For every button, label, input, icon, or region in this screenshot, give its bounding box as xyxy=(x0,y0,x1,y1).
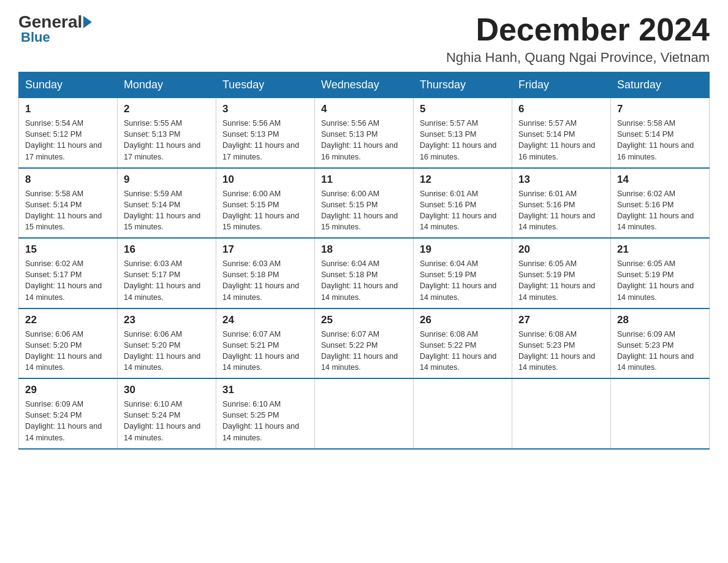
day-number: 11 xyxy=(321,174,407,186)
day-info: Sunrise: 5:57 AMSunset: 5:14 PMDaylight:… xyxy=(518,118,604,163)
day-number: 18 xyxy=(321,243,407,256)
header-thursday: Thursday xyxy=(414,72,512,98)
logo: General Blue xyxy=(18,12,93,45)
header-saturday: Saturday xyxy=(611,72,710,98)
calendar-cell: 27Sunrise: 6:08 AMSunset: 5:23 PMDayligh… xyxy=(512,308,611,379)
day-info: Sunrise: 6:00 AMSunset: 5:15 PMDaylight:… xyxy=(321,188,407,233)
title-area: December 2024 Nghia Hanh, Quang Ngai Pro… xyxy=(446,12,710,66)
day-number: 28 xyxy=(617,314,703,326)
calendar-cell: 9Sunrise: 5:59 AMSunset: 5:14 PMDaylight… xyxy=(118,168,216,239)
day-info: Sunrise: 5:54 AMSunset: 5:12 PMDaylight:… xyxy=(25,118,111,163)
day-number: 21 xyxy=(617,243,703,256)
header-friday: Friday xyxy=(512,72,611,98)
calendar-header-row: SundayMondayTuesdayWednesdayThursdayFrid… xyxy=(19,72,710,98)
day-number: 30 xyxy=(124,384,210,396)
calendar-cell xyxy=(414,378,512,449)
calendar-week-row: 15Sunrise: 6:02 AMSunset: 5:17 PMDayligh… xyxy=(19,238,710,308)
day-info: Sunrise: 5:56 AMSunset: 5:13 PMDaylight:… xyxy=(222,118,308,163)
day-number: 23 xyxy=(124,314,210,326)
day-number: 1 xyxy=(25,103,111,115)
day-info: Sunrise: 6:01 AMSunset: 5:16 PMDaylight:… xyxy=(420,188,506,233)
day-number: 19 xyxy=(420,243,506,256)
calendar-cell xyxy=(315,378,414,449)
day-info: Sunrise: 6:04 AMSunset: 5:18 PMDaylight:… xyxy=(321,258,407,303)
page-header: General Blue December 2024 Nghia Hanh, Q… xyxy=(18,12,710,66)
calendar-table: SundayMondayTuesdayWednesdayThursdayFrid… xyxy=(18,72,710,450)
calendar-cell: 5Sunrise: 5:57 AMSunset: 5:13 PMDaylight… xyxy=(414,98,512,168)
day-info: Sunrise: 6:08 AMSunset: 5:23 PMDaylight:… xyxy=(518,329,604,373)
calendar-cell: 7Sunrise: 5:58 AMSunset: 5:14 PMDaylight… xyxy=(611,98,710,168)
day-number: 27 xyxy=(518,314,604,326)
calendar-cell: 30Sunrise: 6:10 AMSunset: 5:24 PMDayligh… xyxy=(118,378,216,449)
day-number: 31 xyxy=(222,384,308,396)
day-info: Sunrise: 6:06 AMSunset: 5:20 PMDaylight:… xyxy=(25,329,111,373)
logo-arrow-icon xyxy=(83,16,92,28)
day-number: 13 xyxy=(518,174,604,186)
calendar-cell: 14Sunrise: 6:02 AMSunset: 5:16 PMDayligh… xyxy=(611,168,710,239)
day-info: Sunrise: 6:10 AMSunset: 5:25 PMDaylight:… xyxy=(222,399,308,443)
calendar-cell: 19Sunrise: 6:04 AMSunset: 5:19 PMDayligh… xyxy=(414,238,512,308)
day-info: Sunrise: 6:09 AMSunset: 5:23 PMDaylight:… xyxy=(617,329,703,373)
header-sunday: Sunday xyxy=(19,72,118,98)
day-number: 6 xyxy=(518,103,604,115)
day-info: Sunrise: 6:10 AMSunset: 5:24 PMDaylight:… xyxy=(124,399,210,443)
day-number: 5 xyxy=(420,103,506,115)
header-tuesday: Tuesday xyxy=(216,72,315,98)
calendar-week-row: 29Sunrise: 6:09 AMSunset: 5:24 PMDayligh… xyxy=(19,378,710,449)
day-info: Sunrise: 6:07 AMSunset: 5:22 PMDaylight:… xyxy=(321,329,407,373)
calendar-cell: 21Sunrise: 6:05 AMSunset: 5:19 PMDayligh… xyxy=(611,238,710,308)
day-number: 25 xyxy=(321,314,407,326)
day-info: Sunrise: 6:01 AMSunset: 5:16 PMDaylight:… xyxy=(518,188,604,233)
day-number: 9 xyxy=(124,174,210,186)
day-number: 15 xyxy=(25,243,111,256)
day-info: Sunrise: 6:04 AMSunset: 5:19 PMDaylight:… xyxy=(420,258,506,303)
calendar-week-row: 1Sunrise: 5:54 AMSunset: 5:12 PMDaylight… xyxy=(19,98,710,168)
day-info: Sunrise: 6:08 AMSunset: 5:22 PMDaylight:… xyxy=(420,329,506,373)
calendar-cell: 15Sunrise: 6:02 AMSunset: 5:17 PMDayligh… xyxy=(19,238,118,308)
calendar-cell: 20Sunrise: 6:05 AMSunset: 5:19 PMDayligh… xyxy=(512,238,611,308)
day-info: Sunrise: 6:03 AMSunset: 5:17 PMDaylight:… xyxy=(124,258,210,303)
day-number: 17 xyxy=(222,243,308,256)
calendar-cell: 3Sunrise: 5:56 AMSunset: 5:13 PMDaylight… xyxy=(216,98,315,168)
calendar-week-row: 22Sunrise: 6:06 AMSunset: 5:20 PMDayligh… xyxy=(19,308,710,379)
calendar-cell: 28Sunrise: 6:09 AMSunset: 5:23 PMDayligh… xyxy=(611,308,710,379)
calendar-cell: 4Sunrise: 5:56 AMSunset: 5:13 PMDaylight… xyxy=(315,98,414,168)
day-info: Sunrise: 6:05 AMSunset: 5:19 PMDaylight:… xyxy=(617,258,703,303)
day-info: Sunrise: 5:56 AMSunset: 5:13 PMDaylight:… xyxy=(321,118,407,163)
calendar-cell: 12Sunrise: 6:01 AMSunset: 5:16 PMDayligh… xyxy=(414,168,512,239)
calendar-cell: 6Sunrise: 5:57 AMSunset: 5:14 PMDaylight… xyxy=(512,98,611,168)
day-number: 7 xyxy=(617,103,703,115)
calendar-cell: 22Sunrise: 6:06 AMSunset: 5:20 PMDayligh… xyxy=(19,308,118,379)
day-info: Sunrise: 6:00 AMSunset: 5:15 PMDaylight:… xyxy=(222,188,308,233)
day-number: 20 xyxy=(518,243,604,256)
day-info: Sunrise: 6:03 AMSunset: 5:18 PMDaylight:… xyxy=(222,258,308,303)
day-number: 4 xyxy=(321,103,407,115)
day-info: Sunrise: 6:07 AMSunset: 5:21 PMDaylight:… xyxy=(222,329,308,373)
calendar-cell: 8Sunrise: 5:58 AMSunset: 5:14 PMDaylight… xyxy=(19,168,118,239)
calendar-cell: 11Sunrise: 6:00 AMSunset: 5:15 PMDayligh… xyxy=(315,168,414,239)
calendar-week-row: 8Sunrise: 5:58 AMSunset: 5:14 PMDaylight… xyxy=(19,168,710,239)
header-monday: Monday xyxy=(118,72,216,98)
month-title: December 2024 xyxy=(446,12,710,47)
day-info: Sunrise: 6:05 AMSunset: 5:19 PMDaylight:… xyxy=(518,258,604,303)
day-number: 24 xyxy=(222,314,308,326)
day-info: Sunrise: 5:55 AMSunset: 5:13 PMDaylight:… xyxy=(124,118,210,163)
calendar-cell xyxy=(512,378,611,449)
day-info: Sunrise: 5:58 AMSunset: 5:14 PMDaylight:… xyxy=(617,118,703,163)
calendar-cell: 18Sunrise: 6:04 AMSunset: 5:18 PMDayligh… xyxy=(315,238,414,308)
day-number: 2 xyxy=(124,103,210,115)
day-info: Sunrise: 6:06 AMSunset: 5:20 PMDaylight:… xyxy=(124,329,210,373)
day-info: Sunrise: 6:02 AMSunset: 5:16 PMDaylight:… xyxy=(617,188,703,233)
day-number: 29 xyxy=(25,384,111,396)
day-number: 8 xyxy=(25,174,111,186)
calendar-cell: 25Sunrise: 6:07 AMSunset: 5:22 PMDayligh… xyxy=(315,308,414,379)
day-number: 16 xyxy=(124,243,210,256)
calendar-cell: 16Sunrise: 6:03 AMSunset: 5:17 PMDayligh… xyxy=(118,238,216,308)
calendar-cell: 13Sunrise: 6:01 AMSunset: 5:16 PMDayligh… xyxy=(512,168,611,239)
day-info: Sunrise: 6:02 AMSunset: 5:17 PMDaylight:… xyxy=(25,258,111,303)
day-info: Sunrise: 5:58 AMSunset: 5:14 PMDaylight:… xyxy=(25,188,111,233)
header-wednesday: Wednesday xyxy=(315,72,414,98)
calendar-cell: 26Sunrise: 6:08 AMSunset: 5:22 PMDayligh… xyxy=(414,308,512,379)
day-number: 3 xyxy=(222,103,308,115)
logo-blue: Blue xyxy=(21,29,50,45)
